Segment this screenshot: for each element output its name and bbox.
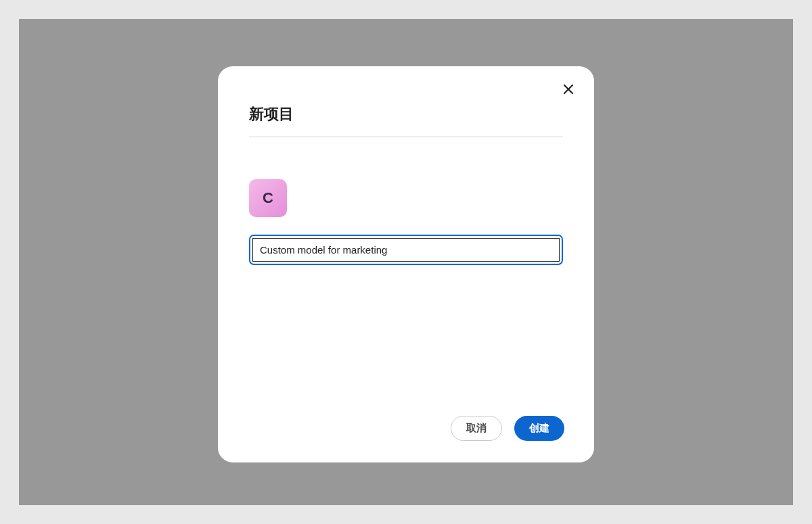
cancel-button[interactable]: 取消 [451, 416, 502, 441]
project-name-focus-ring [249, 235, 563, 265]
project-name-input[interactable] [252, 238, 560, 262]
avatar-letter: C [263, 189, 273, 207]
close-icon [564, 85, 573, 94]
project-name-field [249, 235, 563, 265]
modal-content: C [249, 137, 563, 416]
modal-title: 新项目 [249, 104, 563, 124]
close-button[interactable] [562, 82, 575, 96]
modal-backdrop: 新项目 C 取消 创建 [19, 19, 793, 505]
create-button[interactable]: 创建 [514, 416, 564, 441]
project-avatar[interactable]: C [249, 179, 287, 217]
new-project-modal: 新项目 C 取消 创建 [218, 66, 594, 462]
button-row: 取消 创建 [249, 416, 564, 441]
